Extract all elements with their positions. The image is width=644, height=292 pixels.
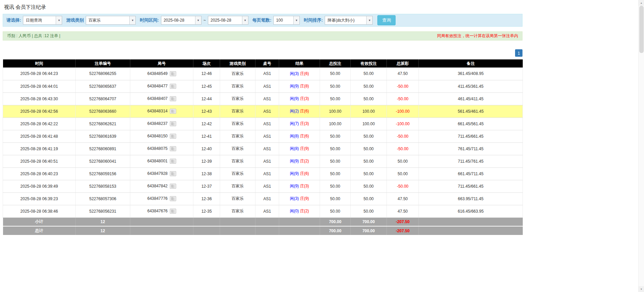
page-size-select[interactable]: ▼ (273, 16, 300, 25)
bet-row[interactable]: 2025-08-28 06:40:23522768059156643847928… (3, 167, 523, 180)
search-button[interactable]: 查询 (377, 15, 396, 25)
total-bet-cell[interactable]: 50.00 (320, 155, 351, 167)
view-cards-icon[interactable] (170, 109, 176, 114)
date-to-picker[interactable]: ▼ (208, 16, 248, 25)
column-header: 结果 (279, 59, 320, 68)
valid-bet-cell: 50.00 (351, 142, 387, 155)
payout-cell: -50.00 (387, 180, 419, 192)
round-id: 643847928 (147, 171, 167, 176)
page-1-button[interactable]: 1 (515, 49, 522, 57)
total-bet-cell[interactable]: 100.00 (320, 105, 351, 117)
summary-cell (256, 226, 279, 235)
payout-cell: 47.50 (387, 68, 419, 80)
bet-id-cell: 522768057306 (76, 192, 130, 205)
column-header: 有效投注 (351, 59, 387, 68)
view-cards-icon[interactable] (170, 84, 176, 89)
bet-row[interactable]: 2025-08-28 06:44:01522768065637643848477… (3, 80, 523, 92)
total-bet-cell[interactable]: 50.00 (320, 92, 351, 105)
query-type-input[interactable] (23, 16, 56, 24)
time-cell: 2025-08-28 06:44:23 (3, 68, 76, 80)
summary-cell: 700.00 (320, 226, 351, 235)
bet-row[interactable]: 2025-08-28 06:40:51522768060041643848001… (3, 155, 523, 167)
column-header: 总派彩 (387, 59, 419, 68)
bet-row[interactable]: 2025-08-28 06:43:30522768064707643848407… (3, 92, 523, 105)
total-bet-cell[interactable]: 50.00 (320, 68, 351, 80)
chevron-down-icon[interactable]: ▼ (195, 16, 201, 24)
date-from-input[interactable] (161, 16, 195, 24)
view-cards-icon[interactable] (170, 96, 176, 101)
bet-id-cell: 522768058153 (76, 180, 130, 192)
session-cell: 12-41 (193, 130, 220, 142)
game-type-select[interactable]: ▼ (86, 16, 136, 25)
summary-cell (279, 226, 320, 235)
total-bet-cell[interactable]: 100.00 (320, 117, 351, 130)
session-cell: 12-45 (193, 80, 220, 92)
chevron-down-icon[interactable]: ▼ (293, 16, 299, 24)
view-cards-icon[interactable] (170, 184, 176, 189)
view-cards-icon[interactable] (170, 196, 176, 201)
sort-order-select[interactable]: ▼ (325, 16, 373, 25)
bet-row[interactable]: 2025-08-28 06:39:49522768058153643847842… (3, 180, 523, 192)
scrollbar-thumb[interactable] (639, 6, 644, 53)
bet-row[interactable]: 2025-08-28 06:39:23522768057306643847776… (3, 192, 523, 205)
date-to-input[interactable] (208, 16, 242, 24)
round-id: 643847776 (147, 196, 167, 201)
view-cards-icon[interactable] (170, 159, 176, 164)
date-from-picker[interactable]: ▼ (161, 16, 202, 25)
result-cell: 闲(9) 庄(8) (279, 80, 320, 92)
view-cards-icon[interactable] (170, 71, 176, 76)
valid-bet-cell: 50.00 (351, 205, 387, 217)
table-no-cell: AS1 (256, 142, 279, 155)
total-bet-cell[interactable]: 50.00 (320, 192, 351, 205)
scrollbar-up-icon[interactable]: ▲ (639, 0, 644, 6)
view-cards-icon[interactable] (170, 121, 176, 126)
vertical-scrollbar[interactable]: ▲ ▼ (638, 0, 644, 292)
total-bet-cell[interactable]: 50.00 (320, 167, 351, 180)
total-bet-cell[interactable]: 50.00 (320, 80, 351, 92)
total-bet-cell[interactable]: 50.00 (320, 205, 351, 217)
round-id: 643848407 (147, 96, 167, 101)
view-cards-icon[interactable] (170, 209, 176, 214)
bet-records-table: 时间注单编号局号场次游戏类别桌号结果总投注有效投注总派彩备注 2025-08-2… (3, 59, 523, 235)
view-cards-icon[interactable] (170, 171, 176, 176)
query-type-select[interactable]: ▼ (23, 16, 62, 25)
result-player: 闲(8) (290, 134, 299, 138)
bet-row[interactable]: 2025-08-28 06:42:56522768063660643848314… (3, 105, 523, 117)
valid-bet-cell: 50.00 (351, 155, 387, 167)
chevron-down-icon[interactable]: ▼ (56, 16, 62, 24)
total-bet-cell[interactable]: 50.00 (320, 180, 351, 192)
chevron-down-icon[interactable]: ▼ (366, 16, 372, 24)
sort-order-input[interactable] (325, 16, 366, 24)
remark-cell: 711.45/661.45 (419, 130, 523, 142)
bet-row[interactable]: 2025-08-28 06:42:22522768062621643848237… (3, 117, 523, 130)
result-banker: 庄(3) (300, 184, 309, 188)
view-cards-icon[interactable] (170, 134, 176, 139)
bet-row[interactable]: 2025-08-28 06:41:48522768061639643848150… (3, 130, 523, 142)
game-type-input[interactable] (86, 16, 129, 24)
result-cell: 闲(9) 庄(2) (279, 155, 320, 167)
total-bet-cell[interactable]: 50.00 (320, 142, 351, 155)
scrollbar-down-icon[interactable]: ▼ (639, 286, 644, 292)
round-id: 643847842 (147, 184, 167, 188)
total-bet-cell[interactable]: 50.00 (320, 130, 351, 142)
round-id: 643848477 (147, 84, 167, 88)
result-player: 闲(9) (290, 171, 299, 176)
page-size-input[interactable] (274, 16, 293, 24)
bet-row[interactable]: 2025-08-28 06:38:46522768056231643847676… (3, 205, 523, 217)
bet-id-cell: 522768065637 (76, 80, 130, 92)
date-range-label: 时间区间: (140, 17, 159, 23)
game-type-label: 游戏类别 (66, 17, 84, 23)
view-cards-icon[interactable] (170, 146, 176, 151)
result-banker: 庄(9) (300, 146, 309, 151)
sort-order-label: 时间排序: (304, 17, 323, 23)
valid-bet-cell: 50.00 (351, 192, 387, 205)
summary-bar: 币别 : 人民币 | 总共 :12 注单 | 同局有效投注，统一计算在该局第一张… (3, 31, 522, 41)
bet-row[interactable]: 2025-08-28 06:44:23522768066255643848549… (3, 68, 523, 80)
game-type-cell: 百家乐 (220, 80, 256, 92)
chevron-down-icon[interactable]: ▼ (242, 16, 248, 24)
remark-cell: 711.45/661.45 (419, 180, 523, 192)
chevron-down-icon[interactable]: ▼ (129, 16, 135, 24)
time-cell: 2025-08-28 06:41:19 (3, 142, 76, 155)
time-cell: 2025-08-28 06:39:23 (3, 192, 76, 205)
bet-row[interactable]: 2025-08-28 06:41:19522768060891643848075… (3, 142, 523, 155)
